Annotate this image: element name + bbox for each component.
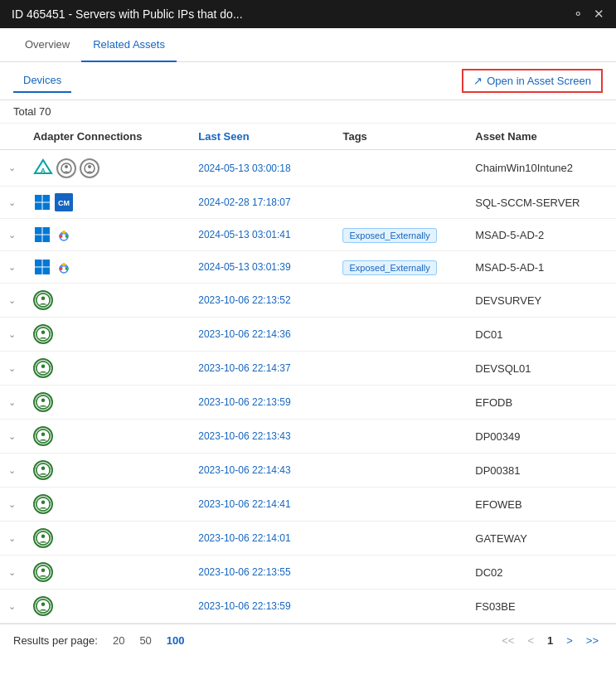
table-row: ⌄2023-10-06 22:13:52DEVSURVEY xyxy=(0,284,616,318)
gray-ring-adapter-icon xyxy=(56,158,76,178)
tab-related-assets[interactable]: Related Assets xyxy=(81,28,177,62)
tag-badge[interactable]: Exposed_Externally xyxy=(342,228,436,243)
last-seen-cell: 2023-10-06 22:14:37 xyxy=(190,352,334,386)
green-ring-adapter-icon xyxy=(33,290,53,310)
windows-adapter-icon xyxy=(33,226,51,244)
nav-prev[interactable]: < xyxy=(523,633,538,648)
title-bar-controls: ⚬ ✕ xyxy=(573,7,604,22)
tags-cell: Exposed_Externally xyxy=(334,219,467,251)
svg-rect-21 xyxy=(42,260,50,267)
wifi-icon[interactable]: ⚬ xyxy=(573,7,584,22)
row-expand-chevron[interactable]: ⌄ xyxy=(0,556,25,590)
svg-rect-23 xyxy=(42,268,50,275)
row-expand-chevron[interactable]: ⌄ xyxy=(0,251,25,284)
nav-next[interactable]: > xyxy=(562,633,577,648)
svg-point-47 xyxy=(41,602,46,606)
table-row: ⌄2023-10-06 22:13:59EFODB xyxy=(0,386,616,420)
windows-adapter-icon xyxy=(33,258,51,276)
asset-name-cell: DEVSURVEY xyxy=(467,284,616,318)
asset-name-cell: DC01 xyxy=(467,318,616,352)
adapter-connections-cell xyxy=(25,590,190,624)
tab-overview[interactable]: Overview xyxy=(13,28,81,62)
asset-name-cell: DC02 xyxy=(467,556,616,590)
green-ring-adapter-icon xyxy=(33,494,53,514)
last-seen-cell: 2023-10-06 22:13:43 xyxy=(190,420,334,454)
nav-first[interactable]: << xyxy=(497,633,518,648)
adapter-connections-cell xyxy=(25,420,190,454)
table-header-row: Adapter Connections Last Seen Tags Asset… xyxy=(0,124,616,150)
row-expand-chevron[interactable]: ⌄ xyxy=(0,219,25,251)
row-expand-chevron[interactable]: ⌄ xyxy=(0,420,25,454)
tags-cell xyxy=(334,522,467,556)
svg-rect-9 xyxy=(42,203,50,211)
devices-table: Adapter Connections Last Seen Tags Asset… xyxy=(0,124,616,624)
green-ring-adapter-icon xyxy=(33,596,53,616)
svg-rect-20 xyxy=(35,260,42,267)
row-expand-chevron[interactable]: ⌄ xyxy=(0,352,25,386)
svg-rect-12 xyxy=(35,227,42,235)
rpp-100[interactable]: 100 xyxy=(163,633,188,648)
svg-point-25 xyxy=(59,267,62,270)
svg-point-45 xyxy=(41,568,46,572)
adapter-connections-cell xyxy=(25,488,190,522)
rpp-20[interactable]: 20 xyxy=(109,633,128,648)
adapter-connections-cell xyxy=(25,251,190,284)
pagination-row: Results per page: 20 50 100 << < 1 > >> xyxy=(0,624,616,657)
row-expand-chevron[interactable]: ⌄ xyxy=(0,488,25,522)
asset-name-cell: DP00349 xyxy=(467,420,616,454)
external-link-icon: ↗ xyxy=(473,75,483,87)
adapter-connections-cell xyxy=(25,556,190,590)
table-row: ⌄2023-10-06 22:14:41EFOWEB xyxy=(0,488,616,522)
tags-cell xyxy=(334,556,467,590)
last-seen-cell: 2023-10-06 22:13:55 xyxy=(190,556,334,590)
tags-cell: Exposed_Externally xyxy=(334,251,467,284)
green-ring-adapter-icon xyxy=(33,358,53,378)
row-expand-chevron[interactable]: ⌄ xyxy=(0,454,25,488)
asset-name-cell: DP00381 xyxy=(467,454,616,488)
rpp-50[interactable]: 50 xyxy=(136,633,154,648)
window-title: ID 465451 - Servers with Public IPs that… xyxy=(12,7,243,21)
svg-point-18 xyxy=(65,235,68,238)
svg-point-17 xyxy=(59,235,62,238)
asset-name-cell: EFOWEB xyxy=(467,488,616,522)
windows-adapter-icon xyxy=(33,193,51,211)
asset-name-cell: GATEWAY xyxy=(467,522,616,556)
nav-last[interactable]: >> xyxy=(582,633,603,648)
col-asset-name[interactable]: Asset Name xyxy=(467,124,616,150)
adapter-connections-cell xyxy=(25,219,190,251)
asset-name-cell: MSAD-5-AD-1 xyxy=(467,251,616,284)
row-expand-chevron[interactable]: ⌄ xyxy=(0,590,25,624)
row-expand-chevron[interactable]: ⌄ xyxy=(0,386,25,420)
row-expand-chevron[interactable]: ⌄ xyxy=(0,522,25,556)
tag-badge[interactable]: Exposed_Externally xyxy=(342,260,436,275)
row-expand-chevron[interactable]: ⌄ xyxy=(0,318,25,352)
last-seen-cell: 2024-02-28 17:18:07 xyxy=(190,187,334,219)
tags-cell xyxy=(334,420,467,454)
last-seen-cell: 2023-10-06 22:13:59 xyxy=(190,386,334,420)
last-seen-cell: 2023-10-06 22:14:41 xyxy=(190,488,334,522)
adapter-connections-cell xyxy=(25,352,190,386)
last-seen-cell: 2023-10-06 22:13:52 xyxy=(190,284,334,318)
row-expand-chevron[interactable]: ⌄ xyxy=(0,150,25,187)
open-in-asset-screen-button[interactable]: ↗ Open in Asset Screen xyxy=(462,69,603,93)
adapter-connections-cell xyxy=(25,386,190,420)
svg-rect-7 xyxy=(42,195,50,202)
svg-point-35 xyxy=(41,398,46,402)
col-expand xyxy=(0,124,25,150)
svg-text:CM: CM xyxy=(58,199,70,207)
table-row: ⌄2023-10-06 22:13:59FS03BE xyxy=(0,590,616,624)
table-row: ⌄2023-10-06 22:14:36DC01 xyxy=(0,318,616,352)
adapter-connections-cell: A xyxy=(25,150,190,187)
table-row: ⌄2023-10-06 22:14:43DP00381 xyxy=(0,454,616,488)
last-seen-cell: 2024-05-13 03:01:41 xyxy=(190,219,334,251)
row-expand-chevron[interactable]: ⌄ xyxy=(0,284,25,318)
close-button[interactable]: ✕ xyxy=(594,7,604,22)
tags-cell xyxy=(334,284,467,318)
col-last-seen[interactable]: Last Seen xyxy=(190,124,334,150)
last-seen-cell: 2023-10-06 22:14:43 xyxy=(190,454,334,488)
svg-rect-14 xyxy=(35,235,42,243)
asset-name-cell: FS03BE xyxy=(467,590,616,624)
adapter-connections-cell xyxy=(25,318,190,352)
row-expand-chevron[interactable]: ⌄ xyxy=(0,187,25,219)
subtab-devices[interactable]: Devices xyxy=(13,69,71,93)
